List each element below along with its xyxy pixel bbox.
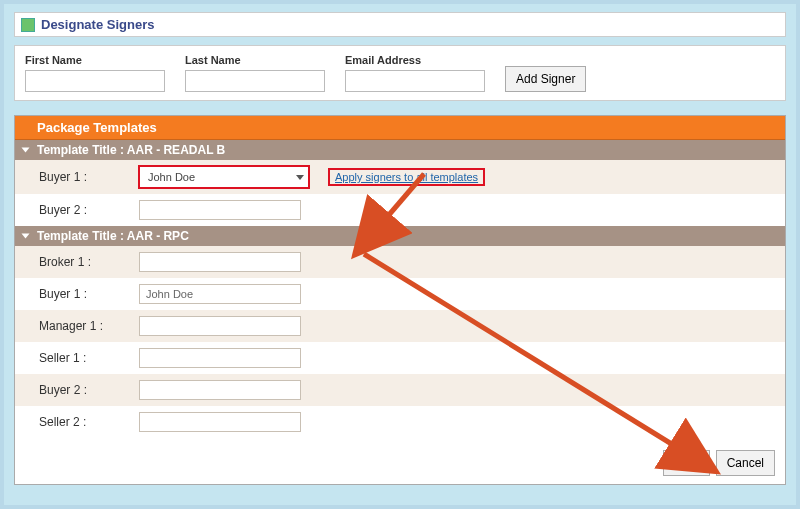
template-title-1[interactable]: Template Title : AAR - RPC — [15, 226, 785, 246]
buyer2b-input[interactable] — [139, 380, 301, 400]
panel-header: Package Templates — [15, 116, 785, 140]
window-title: Designate Signers — [41, 17, 154, 32]
seller2-input[interactable] — [139, 412, 301, 432]
table-row: Buyer 2 : — [15, 374, 785, 406]
table-row: Broker 1 : — [15, 246, 785, 278]
last-name-field: Last Name — [185, 54, 325, 92]
action-buttons: Next Cancel — [663, 450, 775, 476]
add-signer-form: First Name Last Name Email Address Add S… — [14, 45, 786, 101]
row-label: Manager 1 : — [39, 319, 139, 333]
broker1-input[interactable] — [139, 252, 301, 272]
table-row: Seller 1 : — [15, 342, 785, 374]
table-row: Buyer 1 : John Doe Apply signers to all … — [15, 160, 785, 194]
chevron-down-icon — [296, 175, 304, 180]
last-name-label: Last Name — [185, 54, 325, 66]
first-name-field: First Name — [25, 54, 165, 92]
buyer2-input[interactable] — [139, 200, 301, 220]
dropdown-value: John Doe — [148, 171, 195, 183]
template-title-0[interactable]: Template Title : AAR - READAL B — [15, 140, 785, 160]
table-row: Buyer 1 : — [15, 278, 785, 310]
buyer2-input-wrap — [139, 200, 309, 220]
table-row: Manager 1 : — [15, 310, 785, 342]
designate-signers-window: Designate Signers First Name Last Name E… — [0, 0, 800, 509]
email-input[interactable] — [345, 70, 485, 92]
buyer1b-input[interactable] — [139, 284, 301, 304]
buyer1-dropdown[interactable]: John Doe — [139, 166, 309, 188]
last-name-input[interactable] — [185, 70, 325, 92]
email-label: Email Address — [345, 54, 485, 66]
row-label: Buyer 2 : — [39, 203, 139, 217]
first-name-input[interactable] — [25, 70, 165, 92]
table-row: Buyer 2 : — [15, 194, 785, 226]
cancel-button[interactable]: Cancel — [716, 450, 775, 476]
first-name-label: First Name — [25, 54, 165, 66]
buyer1-dropdown-wrap: John Doe — [139, 166, 309, 188]
apply-signers-link[interactable]: Apply signers to all templates — [329, 169, 484, 185]
manager1-input[interactable] — [139, 316, 301, 336]
row-label: Buyer 2 : — [39, 383, 139, 397]
row-label: Buyer 1 : — [39, 287, 139, 301]
row-label: Broker 1 : — [39, 255, 139, 269]
email-field: Email Address — [345, 54, 485, 92]
app-icon — [21, 18, 35, 32]
add-signer-button[interactable]: Add Signer — [505, 66, 586, 92]
row-label: Buyer 1 : — [39, 170, 139, 184]
row-label: Seller 1 : — [39, 351, 139, 365]
table-row: Seller 2 : — [15, 406, 785, 438]
package-templates-panel: Package Templates Template Title : AAR -… — [14, 115, 786, 485]
row-label: Seller 2 : — [39, 415, 139, 429]
seller1-input[interactable] — [139, 348, 301, 368]
titlebar: Designate Signers — [14, 12, 786, 37]
next-button[interactable]: Next — [663, 450, 710, 476]
